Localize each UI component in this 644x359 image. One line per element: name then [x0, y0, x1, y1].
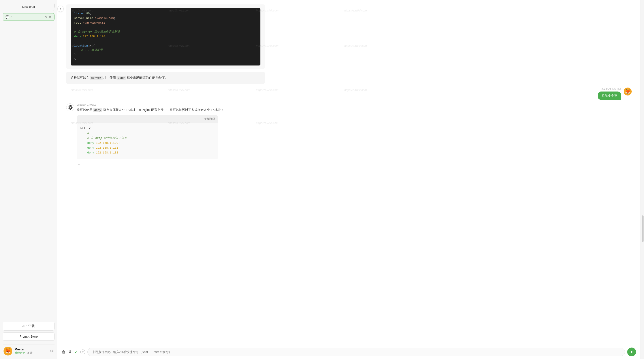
chat-item-label: 1: [11, 15, 45, 19]
assistant-code-container: 复制代码 http { # ... # 在 http 块中添加以下指令 deny…: [77, 115, 218, 159]
help-icon[interactable]: ?: [80, 350, 85, 354]
send-button[interactable]: ➤: [627, 348, 636, 356]
user-message-meta: 2023/5/4 23:04:54 拉黑多个呢: [598, 87, 621, 100]
assistant-intro-text: 您可以使用 deny 指令来屏蔽多个 IP 地址。在 Nginx 配置文件中，您…: [77, 107, 632, 113]
assistant-text-block: 这样就可以在 server 块中使用 deny 指令来屏蔽指定的 IP 地址了。: [66, 72, 265, 84]
user-bubble: 拉黑多个呢: [598, 91, 621, 100]
user-message-row: ⋮ 2023/5/4 23:04:54 拉黑多个呢 🦊: [66, 87, 632, 100]
assistant-avatar: [66, 103, 74, 111]
code-line: http {: [80, 126, 214, 131]
sidebar-spacer: [3, 22, 54, 322]
delete-chat-icon[interactable]: 🗑: [49, 15, 52, 18]
right-panel: [640, 0, 644, 359]
upgrade-link[interactable]: 升级密钥: [14, 351, 25, 354]
message-timestamp: 2023/5/4 23:04:54: [602, 87, 621, 90]
code-line: location / {: [74, 44, 257, 48]
new-chat-button[interactable]: New chat: [3, 3, 54, 11]
copy-code-button[interactable]: 复制代码: [77, 115, 218, 123]
input-area: 🗑 ⬇ ✓ ? ➤: [58, 345, 640, 359]
code-line: }: [74, 53, 257, 57]
watermark: https://s.wikll.com: [344, 9, 367, 12]
code-line: # ...: [80, 131, 214, 136]
avatar: 🦊: [4, 347, 12, 356]
assistant-content: 2023/5/4 23:05:03 您可以使用 deny 指令来屏蔽多个 IP …: [77, 103, 632, 166]
download-icon[interactable]: ⬇: [68, 350, 72, 354]
chat-icon: 💬: [6, 15, 9, 19]
code-line: [74, 25, 257, 30]
scrollbar-thumb[interactable]: [642, 215, 644, 242]
input-toolbar: 🗑 ⬇ ✓ ?: [62, 350, 85, 354]
assistant-message-row: 2023/5/4 23:05:03 您可以使用 deny 指令来屏蔽多个 IP …: [66, 103, 632, 166]
prompt-store-button[interactable]: Prompt Store: [3, 332, 54, 341]
assistant-timestamp: 2023/5/4 23:05:03: [77, 103, 632, 106]
copy-label: 复制代码: [204, 117, 215, 121]
watermark: https://s.wikll.com: [344, 44, 367, 47]
edit-chat-icon[interactable]: ✎: [45, 15, 47, 18]
user-message-actions: ⋮ 2023/5/4 23:04:54 拉黑多个呢: [591, 87, 621, 100]
code-line: deny 192.168.1.102;: [80, 150, 214, 155]
check-icon[interactable]: ✓: [74, 350, 78, 354]
collapse-sidebar-button[interactable]: ‹: [58, 6, 64, 12]
code-content-top: listen 80; server_name example.com; root…: [70, 8, 260, 65]
code-line: server_name example.com;: [74, 16, 257, 21]
user-name: Master: [14, 348, 50, 351]
message-input[interactable]: [88, 348, 625, 356]
code-line: # ... 其他配置: [74, 48, 257, 53]
chat-item-actions: ✎ 🗑: [45, 15, 52, 18]
app-download-button[interactable]: APP下载: [3, 322, 54, 331]
user-area: 🦊 Master 升级密钥 反馈 ⚙: [3, 344, 54, 356]
code-line: deny 192.168.1.101;: [80, 146, 214, 150]
sidebar: New chat 💬 1 ✎ 🗑 APP下载 Prompt Store 🦊 Ma…: [0, 0, 58, 359]
main-chat: ‹ https://s.wikll.com https://s.wikll.co…: [58, 0, 640, 359]
chat-item[interactable]: 💬 1 ✎ 🗑: [3, 13, 54, 21]
user-info: Master 升级密钥 反馈: [14, 348, 50, 355]
messages-area: https://s.wikll.com https://s.wikll.com …: [58, 0, 640, 345]
code-line: # 在 server 块中添加自定义配置: [74, 30, 257, 34]
code-line: root /var/www/html;: [74, 21, 257, 25]
code-line: deny 192.168.1.100;: [74, 34, 257, 39]
code-line: deny 192.168.1.100;: [80, 141, 214, 146]
assistant-code-block-top: listen 80; server_name example.com; root…: [66, 4, 265, 69]
openai-icon: [68, 105, 72, 110]
feedback-link[interactable]: 反馈: [27, 351, 32, 354]
user-links: 升级密钥 反馈: [14, 351, 50, 355]
user-avatar: 🦊: [624, 87, 632, 95]
code-line: [74, 39, 257, 44]
settings-icon[interactable]: ⚙: [50, 349, 54, 354]
code-block-inner: http { # ... # 在 http 块中添加以下指令 deny 192.…: [77, 123, 218, 159]
code-line: listen 80;: [74, 11, 257, 16]
delete-conversation-icon[interactable]: 🗑: [62, 350, 66, 354]
assistant-more-options[interactable]: ⋯: [77, 161, 82, 167]
more-options-icon[interactable]: ⋮: [591, 90, 597, 97]
code-line: }: [74, 57, 257, 62]
code-line: # 在 http 块中添加以下指令: [80, 136, 214, 141]
